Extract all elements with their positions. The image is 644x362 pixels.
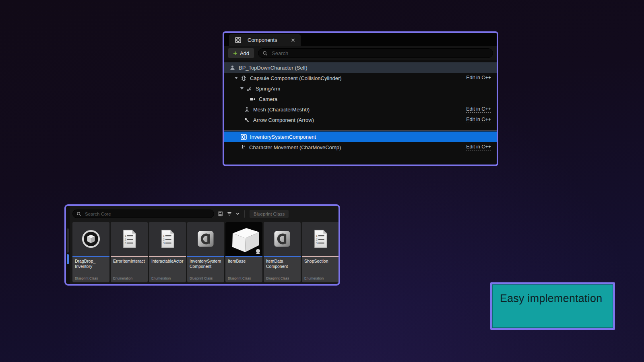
svg-text:1: 1 — [163, 234, 165, 238]
svg-text:2: 2 — [163, 238, 165, 241]
asset-name: InventorySystem Component — [187, 257, 224, 276]
chevron-down-icon[interactable] — [236, 212, 239, 215]
tree-row-camera[interactable]: Camera — [224, 94, 497, 104]
filter-chip-blueprint-class[interactable]: Blueprint Class — [250, 210, 289, 218]
blueprint-class-icon — [235, 37, 242, 43]
tree-row-mesh[interactable]: Mesh (CharacterMesh0) Edit in C++ — [224, 104, 497, 115]
components-search-field[interactable] — [258, 48, 493, 58]
tab-label: Components — [248, 37, 277, 43]
skeletal-mesh-icon — [244, 106, 250, 113]
tab-components[interactable]: Components — [229, 34, 301, 46]
asset-card-itembase[interactable]: ItemBase Blueprint Class — [225, 222, 262, 282]
expander-icon[interactable] — [240, 87, 244, 90]
white-cube-render — [225, 222, 262, 256]
components-panel: Components Add BP_TopDownCharacter (Self… — [223, 31, 498, 166]
tree-row-label: Mesh (CharacterMesh0) — [253, 107, 310, 113]
tree-row-label: SpringArm — [256, 86, 280, 92]
spring-arm-icon — [246, 85, 253, 92]
tree-row-label: Camera — [259, 96, 277, 102]
edit-in-cpp-link[interactable]: Edit in C++ — [466, 144, 491, 150]
capsule-icon — [240, 75, 247, 82]
asset-name: ShopSection — [302, 257, 339, 276]
tree-row-inventory-system-component[interactable]: InventorySystemComponent — [224, 132, 497, 142]
tree-row-label: Capsule Component (CollisionCylinder) — [250, 75, 342, 81]
components-search-input[interactable] — [271, 50, 489, 57]
add-component-button[interactable]: Add — [228, 48, 254, 58]
tree-row-arrow-component[interactable]: Arrow Component (Arrow) Edit in C++ — [224, 115, 497, 125]
blueprint-c-icon — [264, 222, 301, 256]
svg-text:3: 3 — [125, 241, 127, 245]
scrollbar-segment — [67, 228, 69, 253]
svg-text:1: 1 — [316, 234, 318, 238]
asset-type: Blueprint Class — [264, 276, 301, 282]
components-tab-bar: Components — [224, 33, 497, 46]
filter-icon[interactable] — [227, 211, 232, 216]
tree-row-self[interactable]: BP_TopDownCharacter (Self) — [224, 62, 497, 73]
asset-card-interactableactor[interactable]: 123 InteractableActor Enumeration — [149, 222, 186, 282]
arrow-icon — [244, 117, 250, 123]
camera-icon — [249, 96, 256, 103]
asset-card-shopsection[interactable]: 123 ShopSection Enumeration — [302, 222, 339, 282]
asset-name: ItemData Component — [264, 257, 301, 276]
enum-document-icon: 123 — [149, 222, 186, 256]
tree-row-label: InventorySystemComponent — [250, 134, 316, 140]
callout-box: Easy implementation — [490, 282, 615, 330]
plus-icon — [233, 51, 237, 56]
tree-row-label: BP_TopDownCharacter (Self) — [239, 65, 308, 71]
components-tree: BP_TopDownCharacter (Self) Capsule Compo… — [224, 60, 497, 152]
svg-text:2: 2 — [125, 238, 127, 241]
asset-type: Enumeration — [111, 276, 148, 282]
close-icon[interactable] — [291, 38, 295, 42]
edit-in-cpp-link[interactable]: Edit in C++ — [466, 75, 491, 81]
tree-row-label: Arrow Component (Arrow) — [253, 117, 314, 123]
blueprint-class-icon — [240, 134, 247, 140]
search-icon — [262, 51, 268, 56]
save-icon[interactable] — [218, 211, 223, 216]
toolbar-divider — [244, 210, 245, 218]
asset-name: ItemBase — [225, 257, 262, 276]
asset-card-inventorysystemcomponent[interactable]: InventorySystem Component Blueprint Clas… — [187, 222, 224, 282]
svg-text:3: 3 — [316, 241, 318, 245]
asset-search-input[interactable] — [84, 211, 210, 217]
asset-card-itemdata-component[interactable]: ItemData Component Blueprint Class — [264, 222, 301, 282]
content-browser-toolbar: Blueprint Class — [66, 206, 339, 219]
asset-type: Blueprint Class — [225, 276, 262, 282]
tree-row-character-movement[interactable]: Character Movement (CharMoveComp) Edit i… — [224, 142, 497, 152]
asset-name: InteractableActor — [149, 257, 186, 276]
asset-grid: DragDrop_ Inventory Blueprint Class 123 … — [72, 222, 339, 282]
asset-type: Enumeration — [149, 276, 186, 282]
content-browser-panel: Blueprint Class DragDrop_ Inventory Blue… — [64, 204, 340, 286]
asset-card-dragdrop-inventory[interactable]: DragDrop_ Inventory Blueprint Class — [72, 222, 109, 282]
sphere-cube-icon — [72, 222, 109, 256]
character-movement-icon — [239, 144, 246, 151]
blueprint-c-icon — [187, 222, 224, 256]
svg-text:3: 3 — [163, 241, 165, 245]
asset-card-erroriteminteract[interactable]: 123 ErrorItemInteract Enumeration — [111, 222, 148, 282]
asset-search-field[interactable] — [72, 210, 214, 218]
svg-text:2: 2 — [316, 238, 318, 241]
enum-document-icon: 123 — [111, 222, 148, 256]
svg-text:1: 1 — [125, 234, 127, 238]
asset-name: DragDrop_ Inventory — [72, 257, 109, 276]
asset-type: Blueprint Class — [187, 276, 224, 282]
components-toolbar: Add — [224, 46, 497, 60]
tree-row-capsule-component[interactable]: Capsule Component (CollisionCylinder) Ed… — [224, 73, 497, 83]
scrollbar-thumb[interactable] — [67, 254, 69, 264]
tree-row-spring-arm[interactable]: SpringArm — [224, 83, 497, 94]
edit-in-cpp-link[interactable]: Edit in C++ — [466, 106, 491, 113]
tree-row-label: Character Movement (CharMoveComp) — [249, 144, 341, 150]
asset-name: ErrorItemInteract — [111, 257, 148, 276]
enum-document-icon: 123 — [302, 222, 339, 256]
character-bust-icon — [229, 64, 236, 71]
add-button-label: Add — [240, 50, 249, 56]
asset-type: Blueprint Class — [72, 276, 109, 282]
callout-text: Easy implementation — [492, 284, 613, 305]
content-browser-scrollbar[interactable] — [66, 206, 70, 284]
edit-in-cpp-link[interactable]: Edit in C++ — [466, 117, 491, 123]
asset-type: Enumeration — [302, 276, 339, 282]
search-icon — [76, 212, 81, 216]
expander-icon[interactable] — [235, 77, 238, 79]
